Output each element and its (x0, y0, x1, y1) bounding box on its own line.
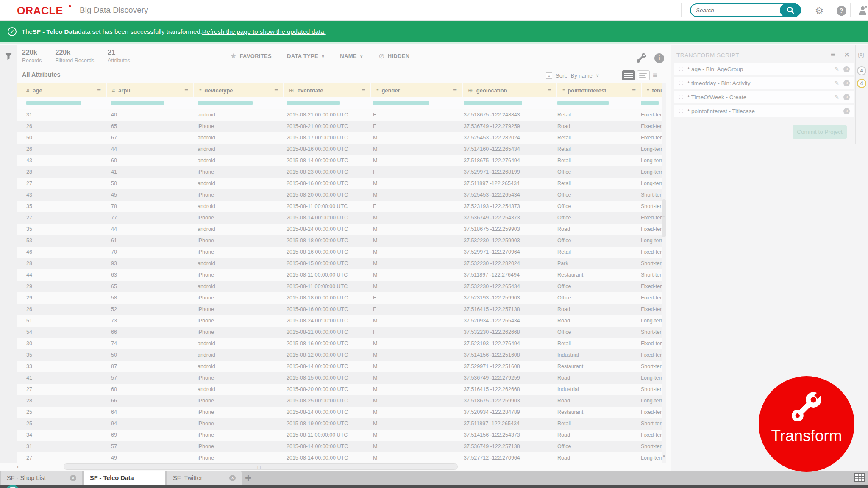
column-name: geolocation (476, 87, 507, 94)
transform-step[interactable]: ⋮⋮* TimeOfWeek - Create✎✕ (674, 91, 854, 103)
column-menu-icon[interactable]: ≡ (453, 87, 457, 94)
table-cell: Road (552, 430, 636, 441)
table-cell: M (368, 189, 459, 201)
transform-fab-label: Transform (771, 427, 842, 445)
table-row: 4463iPhone2015-08-11 00:00:00 UTCM37.511… (17, 269, 662, 281)
table-cell: M (368, 441, 459, 452)
table-cell: iPhone (192, 189, 281, 201)
geocode-type-icon: ⊕ (468, 87, 473, 94)
column-menu-icon[interactable]: ≡ (548, 87, 551, 94)
sort-direction-icon[interactable]: ▴ (546, 72, 552, 79)
table-cell: Restaurant (552, 269, 636, 281)
search-input[interactable] (691, 4, 778, 16)
hidden-button[interactable]: ⊘HIDDEN (378, 52, 409, 61)
column-menu-icon[interactable]: ≡ (632, 87, 636, 94)
edit-step-icon[interactable]: ✎ (834, 66, 839, 72)
table-cell: F (368, 166, 459, 178)
help-icon[interactable]: ? (835, 4, 848, 17)
scroll-down-arrow-icon[interactable]: ▾ (662, 454, 666, 458)
remove-step-icon[interactable]: ✕ (843, 108, 850, 114)
table-row: 2965android2015-08-11 00:00:00 UTCM37.53… (17, 281, 662, 292)
drag-handle-icon[interactable]: ⋮⋮ (678, 95, 684, 99)
column-header-geolocation[interactable]: ⊕geolocation≡ (463, 83, 556, 97)
table-cell: 37.536749 -122.279259 (459, 372, 552, 384)
table-cell: 65 (106, 121, 192, 132)
filter-funnel-icon[interactable] (4, 52, 13, 61)
column-header-age[interactable]: #age≡ (17, 83, 106, 97)
table-view-button[interactable] (622, 70, 635, 80)
info-icon[interactable]: i (654, 53, 664, 63)
horizontal-scrollbar[interactable]: ‹ (17, 463, 662, 470)
column-menu-icon[interactable]: ≡ (274, 87, 278, 94)
table-cell: 73 (106, 315, 192, 327)
drag-handle-icon[interactable]: ⋮⋮ (678, 81, 684, 85)
list-view-button[interactable] (637, 70, 650, 80)
name-dropdown[interactable]: NAME∨ (340, 53, 363, 59)
column-menu-icon[interactable]: ≡ (362, 87, 365, 94)
sort-control[interactable]: ▴ Sort: By name ∨ (546, 72, 599, 79)
grid-view-icon[interactable] (854, 473, 865, 482)
table-cell: 35 (17, 349, 106, 361)
table-cell: 2015-08-14 00:00:00 UTC (281, 441, 368, 452)
panel-close-icon[interactable]: ✕ (844, 50, 850, 59)
search-button[interactable] (780, 3, 801, 17)
table-row: 5173iPhone2015-08-24 00:00:00 UTCM37.520… (17, 315, 662, 327)
hidden-label: HIDDEN (388, 53, 410, 59)
chevron-down-icon: ∨ (321, 53, 325, 59)
script-braces-icon[interactable]: {≡} (858, 52, 864, 58)
drag-handle-icon[interactable]: ⋮⋮ (678, 109, 684, 113)
transform-step[interactable]: ⋮⋮* pointofinterest - Titlecase✕ (674, 105, 854, 117)
data-type-dropdown[interactable]: DATA TYPE∨ (287, 53, 325, 59)
settings-gear-icon[interactable]: ⚙ (813, 4, 826, 17)
drag-handle-icon[interactable]: ⋮⋮ (678, 67, 684, 71)
table-cell: Short-ter (636, 258, 662, 269)
table-row: 5067android2015-08-17 00:00:00 UTCM37.52… (17, 132, 662, 144)
remove-step-icon[interactable]: ✕ (843, 94, 850, 100)
favorites-button[interactable]: ★FAVORITES (230, 52, 272, 61)
horizontal-scroll-thumb[interactable] (64, 463, 458, 470)
vertical-scroll-thumb[interactable] (662, 199, 666, 237)
panel-menu-icon[interactable]: ≡ (831, 50, 835, 59)
table-cell: 50 (106, 349, 192, 361)
dataset-tab[interactable]: SF_Twitter✕ (167, 471, 242, 485)
refresh-page-link[interactable]: Refresh the page to show the updated dat… (202, 28, 326, 35)
column-header-pointofinterest[interactable]: ❝pointofinterest≡ (557, 83, 641, 97)
table-menu-icon[interactable]: ≡ (653, 71, 657, 80)
quality-bar (464, 101, 522, 105)
column-header-gender[interactable]: ❝gender≡ (371, 83, 462, 97)
edit-step-icon[interactable]: ✎ (834, 80, 839, 86)
transform-step[interactable]: ⋮⋮* timeofday - Bin: Activity✎✕ (674, 77, 854, 89)
table-cell: 2015-08-24 00:00:00 UTC (281, 315, 368, 327)
column-header-arpu[interactable]: #arpu≡ (107, 83, 193, 97)
table-cell: 78 (106, 201, 192, 212)
add-dataset-tab-button[interactable]: + (245, 471, 251, 485)
table-cell: M (368, 384, 459, 395)
table-cell: 45 (106, 189, 192, 201)
header-divider (681, 3, 682, 17)
transform-fab-button[interactable]: Transform (759, 376, 854, 472)
app-title: Big Data Discovery (80, 6, 148, 15)
remove-step-icon[interactable]: ✕ (843, 80, 850, 86)
transform-step[interactable]: ⋮⋮* age - Bin: AgeGroup✎✕ (674, 63, 854, 75)
table-cell: 41 (106, 166, 192, 178)
table-cell: 2015-08-21 00:00:00 UTC (281, 121, 368, 132)
tab-close-icon[interactable]: ✕ (70, 475, 76, 481)
vertical-scrollbar[interactable] (662, 83, 666, 463)
dataset-tab[interactable]: SF - Shop List✕ (1, 471, 82, 485)
column-header-tenure[interactable]: ❝tenure (642, 83, 662, 97)
transform-wrench-icon[interactable] (635, 52, 648, 64)
column-menu-icon[interactable]: ≡ (97, 87, 101, 94)
scroll-left-arrow-icon[interactable]: ‹ (17, 463, 19, 470)
column-name: pointofinterest (568, 87, 606, 94)
table-cell: Restaurant (552, 407, 636, 418)
column-header-eventdate[interactable]: ⊞eventdate≡ (284, 83, 370, 97)
user-profile-icon[interactable] (856, 4, 868, 17)
dataset-tab[interactable]: SF - Telco Data (84, 471, 165, 485)
table-cell: Fixed-ter (636, 212, 662, 224)
column-header-devicetype[interactable]: ❝devicetype≡ (194, 83, 283, 97)
column-menu-icon[interactable]: ≡ (184, 87, 188, 94)
tab-close-icon[interactable]: ✕ (229, 475, 236, 481)
edit-step-icon[interactable]: ✎ (834, 94, 839, 100)
remove-step-icon[interactable]: ✕ (843, 66, 850, 72)
commit-to-project-button[interactable]: Commit to Project (793, 125, 847, 139)
